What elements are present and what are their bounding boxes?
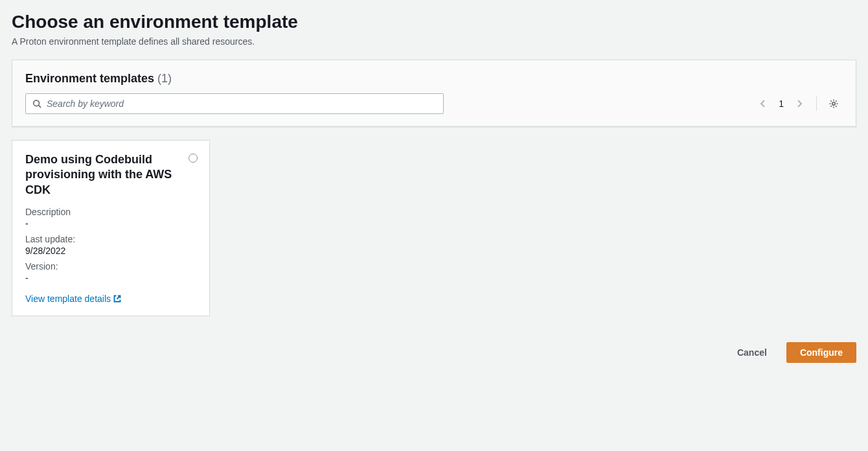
- pagination-prev-button[interactable]: [754, 95, 772, 113]
- template-lastupdate-field: Last update: 9/28/2022: [25, 234, 196, 256]
- templates-toolbar: 1: [25, 93, 843, 114]
- page-subtitle: A Proton environment template defines al…: [12, 36, 856, 47]
- template-version-field: Version: -: [25, 261, 196, 283]
- gear-icon: [828, 98, 839, 109]
- search-input[interactable]: [25, 93, 444, 114]
- svg-line-1: [39, 106, 41, 108]
- configure-button[interactable]: Configure: [786, 342, 856, 363]
- templates-panel-title: Environment templates (1): [25, 72, 843, 86]
- template-card[interactable]: Demo using Codebuild provisioning with t…: [12, 140, 210, 316]
- svg-point-0: [34, 100, 40, 106]
- pagination-next-button[interactable]: [790, 95, 808, 113]
- template-radio[interactable]: [188, 154, 198, 163]
- page-actions: Cancel Configure: [12, 342, 856, 363]
- view-template-details-link[interactable]: View template details: [25, 294, 121, 304]
- cancel-button[interactable]: Cancel: [724, 342, 780, 363]
- page-title: Choose an environment template: [12, 12, 856, 32]
- template-description-value: -: [25, 218, 196, 229]
- template-description-field: Description -: [25, 207, 196, 229]
- toolbar-right: 1: [754, 95, 843, 113]
- settings-button[interactable]: [825, 95, 843, 113]
- templates-count: (1): [157, 72, 172, 85]
- search-icon: [32, 99, 41, 108]
- template-version-value: -: [25, 273, 196, 283]
- external-link-icon: [113, 295, 121, 303]
- pagination-current: 1: [775, 98, 788, 109]
- chevron-right-icon: [796, 99, 803, 108]
- template-card-title: Demo using Codebuild provisioning with t…: [25, 152, 196, 198]
- templates-title-text: Environment templates: [25, 72, 154, 85]
- search-wrap: [25, 93, 444, 114]
- view-template-details-text: View template details: [25, 294, 111, 304]
- template-lastupdate-label: Last update:: [25, 234, 196, 244]
- template-lastupdate-value: 9/28/2022: [25, 246, 196, 256]
- template-description-label: Description: [25, 207, 196, 217]
- chevron-left-icon: [760, 99, 766, 108]
- template-version-label: Version:: [25, 261, 196, 272]
- toolbar-divider: [816, 97, 817, 111]
- svg-point-2: [832, 102, 835, 105]
- templates-panel: Environment templates (1) 1: [12, 60, 856, 127]
- cards-container: Demo using Codebuild provisioning with t…: [12, 140, 856, 316]
- templates-panel-header: Environment templates (1) 1: [12, 60, 856, 126]
